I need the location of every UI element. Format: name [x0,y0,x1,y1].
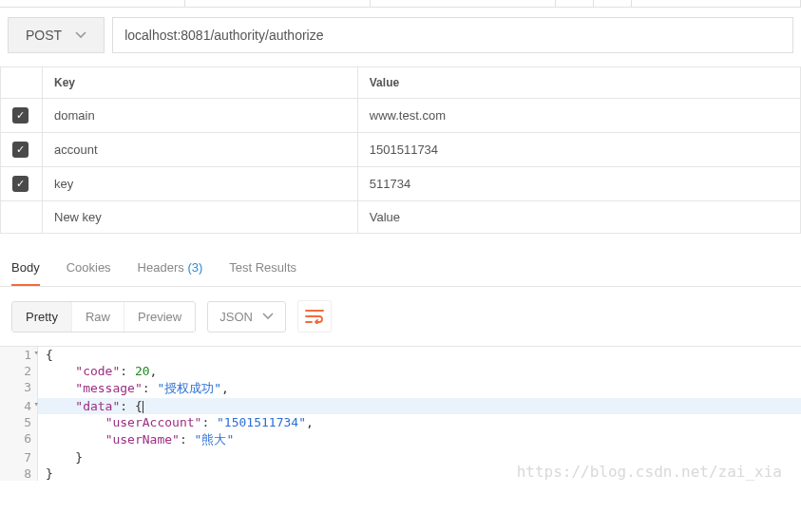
tab-cookies[interactable]: Cookies [67,260,111,286]
format-type-label: JSON [219,310,253,324]
params-table: Key Value ✓ domain www.test.com ✓ accoun… [0,66,801,234]
http-method-label: POST [26,28,62,43]
table-row[interactable]: ✓ key 511734 [1,167,801,201]
param-value[interactable]: 511734 [357,167,800,201]
line-number: 5 [24,415,31,429]
line-number: 7 [24,450,31,465]
text-caret [143,401,143,413]
param-key[interactable]: domain [43,99,358,133]
response-tabs: Body Cookies Headers (3) Test Results [0,247,801,287]
checkbox-icon[interactable]: ✓ [12,142,29,158]
raw-button[interactable]: Raw [71,302,124,332]
line-number: 4 [24,399,31,413]
value-header: Value [357,67,800,99]
request-row: POST localhost:8081/authority/authorize [0,8,801,66]
param-key[interactable]: key [43,167,358,201]
tab-body[interactable]: Body [11,260,40,286]
wrap-lines-button[interactable] [297,300,332,332]
http-method-select[interactable]: POST [8,17,105,53]
url-input[interactable]: localhost:8081/authority/authorize [112,17,793,53]
view-mode-group: Pretty Raw Preview [11,301,196,332]
checkbox-icon[interactable]: ✓ [12,107,29,124]
format-toolbar: Pretty Raw Preview JSON [0,287,801,346]
preview-button[interactable]: Preview [124,302,195,332]
key-header: Key [43,67,358,99]
response-body[interactable]: 1▾{ 2 "code": 20, 3 "message": "授权成功", 4… [0,346,801,481]
line-number: 2 [24,364,31,378]
headers-count: (3) [187,260,202,275]
line-number: 3 [24,380,31,394]
checkbox-header [1,67,43,99]
chevron-down-icon [75,31,86,39]
new-key-placeholder[interactable]: New key [43,201,358,234]
fold-icon[interactable]: ▾ [34,348,39,357]
line-number: 8 [24,466,31,481]
pretty-button[interactable]: Pretty [12,302,71,332]
line-number: 1 [24,348,31,362]
table-row[interactable]: ✓ domain www.test.com [1,99,801,133]
tab-headers[interactable]: Headers (3) [138,260,203,286]
param-value[interactable]: www.test.com [357,99,800,133]
wrap-icon [305,309,324,324]
line-number: 6 [24,431,31,446]
fold-icon[interactable]: ▾ [34,399,39,408]
checkbox-icon[interactable]: ✓ [12,176,29,192]
table-row[interactable]: ✓ account 1501511734 [1,133,801,167]
tab-test-results[interactable]: Test Results [229,260,296,286]
param-key[interactable]: account [43,133,358,167]
format-type-select[interactable]: JSON [207,301,286,332]
tab-headers-label: Headers [138,260,184,275]
top-tab-strip [0,0,801,8]
url-text: localhost:8081/authority/authorize [124,28,323,43]
table-row-new[interactable]: New key Value [1,201,801,234]
new-value-placeholder[interactable]: Value [357,201,800,234]
param-value[interactable]: 1501511734 [357,133,800,167]
chevron-down-icon [262,313,274,320]
